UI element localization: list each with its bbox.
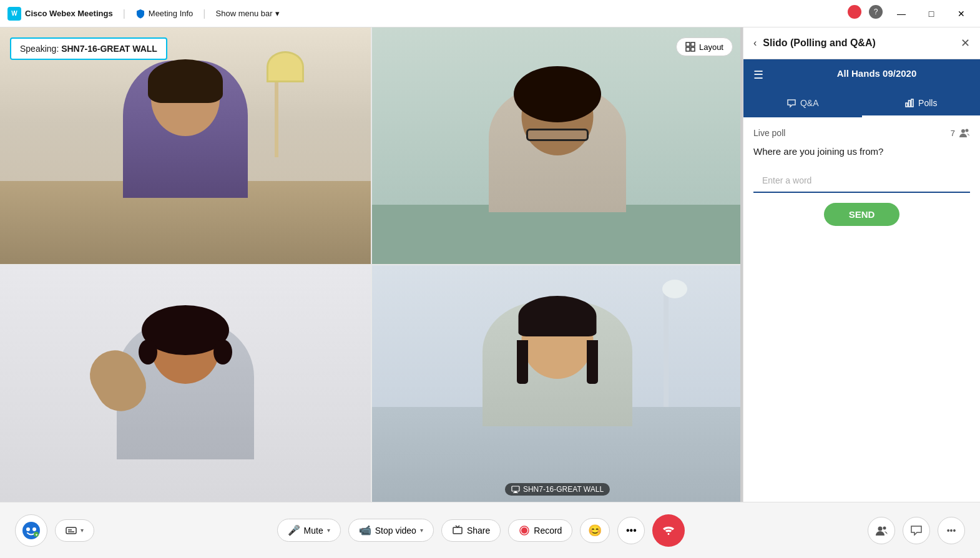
title-bar-right: ? — □ ✕: [848, 5, 973, 22]
svg-rect-9: [911, 99, 913, 107]
participant-name-4: SHN7-16-GREAT WALL: [523, 485, 604, 494]
video-grid: SHN7-16-GREAT WALL: [0, 27, 743, 502]
app-name: Cisco Webex Meetings: [25, 9, 113, 18]
poll-count: 7: [951, 127, 970, 139]
show-menu-bar-label: Show menu bar: [216, 9, 273, 18]
participants-icon: [959, 127, 970, 139]
person4-hair-r: [587, 340, 598, 384]
lamp-4-stem: [664, 289, 669, 408]
meeting-info-link[interactable]: Meeting Info: [135, 9, 194, 19]
person-2-container: [372, 27, 743, 264]
video-cell-2: [372, 27, 743, 264]
svg-rect-4: [512, 486, 519, 491]
speaking-bar: Speaking: SHN7-16-GREAT WALL: [10, 37, 167, 60]
separator-1: |: [123, 8, 125, 19]
slido-nav-bar: ☰ All Hands 09/2020: [743, 59, 980, 91]
close-button[interactable]: ✕: [950, 5, 973, 22]
lamp-4-shade: [662, 280, 687, 298]
tab-polls-label: Polls: [918, 98, 937, 108]
chat-button[interactable]: [903, 517, 930, 544]
svg-point-10: [961, 129, 965, 133]
video-arrow: ▾: [420, 527, 423, 534]
person4-hair-l: [517, 340, 528, 384]
video-cell-1: [0, 27, 371, 264]
participant-label-4: SHN7-16-GREAT WALL: [505, 483, 610, 496]
separator-2: |: [203, 8, 205, 19]
svg-point-13: [26, 527, 30, 531]
video-area: Speaking: SHN7-16-GREAT WALL Layout: [0, 27, 743, 502]
slido-meeting-name: All Hands 09/2020: [773, 59, 980, 91]
tab-qa[interactable]: Q&A: [743, 91, 862, 117]
record-button[interactable]: Record: [508, 519, 572, 542]
slido-menu-icon[interactable]: ☰: [743, 59, 773, 91]
emoji-button[interactable]: 😊: [580, 518, 610, 543]
more-options-button[interactable]: •••: [617, 517, 645, 544]
svg-rect-17: [66, 527, 76, 534]
caption-button[interactable]: ▾: [55, 519, 94, 542]
slido-panel-title: Slido (Polling and Q&A): [763, 37, 875, 49]
slido-content: Live poll 7 Where are you joining us fro…: [743, 117, 980, 502]
slido-collapse-button[interactable]: ‹: [753, 37, 757, 49]
mute-label: Mute: [304, 526, 323, 536]
participants-button[interactable]: [868, 517, 895, 544]
slido-panel: ‹ Slido (Polling and Q&A) ✕ ☰ All Hands …: [743, 27, 980, 502]
monitor-icon: [511, 485, 520, 494]
slido-title-left: ‹ Slido (Polling and Q&A): [753, 37, 876, 49]
chat-icon: [910, 524, 923, 537]
speaking-name: SHN7-16-GREAT WALL: [61, 44, 157, 54]
minimize-button[interactable]: —: [890, 5, 913, 22]
more-dots: •••: [626, 525, 637, 536]
person-4-container: [372, 265, 743, 502]
mute-arrow: ▾: [327, 527, 330, 534]
shield-icon: [135, 9, 145, 19]
layout-button[interactable]: Layout: [676, 37, 733, 56]
qa-icon: [786, 98, 796, 108]
poll-question: Where are you joining us from?: [753, 146, 970, 157]
send-button[interactable]: SEND: [824, 203, 900, 226]
layout-label: Layout: [699, 42, 723, 52]
video-icon: 📹: [359, 524, 371, 536]
right-controls: •••: [868, 517, 965, 544]
tab-polls[interactable]: Polls: [862, 91, 981, 117]
share-button[interactable]: Share: [441, 519, 501, 542]
emoji-icon: 😊: [588, 524, 602, 537]
record-label: Record: [534, 526, 562, 536]
apps-dots: •••: [947, 526, 956, 536]
mute-button[interactable]: 🎤 Mute ▾: [277, 519, 341, 542]
person-1-container: [0, 27, 371, 264]
ai-assistant-button[interactable]: ✦: [15, 514, 47, 547]
end-call-button[interactable]: [652, 514, 685, 547]
record-icon: [519, 525, 530, 536]
show-menu-bar[interactable]: Show menu bar ▾: [216, 9, 280, 18]
polls-icon: [904, 98, 914, 108]
svg-point-21: [521, 527, 527, 534]
stop-video-label: Stop video: [375, 526, 416, 536]
stop-video-button[interactable]: 📹 Stop video ▾: [348, 519, 434, 542]
person2-hair: [514, 66, 601, 122]
lampshade: [267, 51, 304, 82]
layout-icon: [685, 42, 695, 52]
svg-point-11: [966, 129, 969, 132]
maximize-button[interactable]: □: [920, 5, 943, 22]
svg-rect-5: [514, 491, 517, 492]
svg-rect-2: [686, 47, 690, 51]
panel-resize-handle[interactable]: [740, 27, 743, 502]
cisco-webex-icon: W: [7, 7, 21, 21]
svg-point-24: [883, 526, 886, 529]
surface-2: [372, 205, 743, 264]
video-cell-4: SHN7-16-GREAT WALL: [372, 265, 743, 502]
chevron-down-icon: ▾: [275, 9, 280, 18]
slido-tabs: Q&A Polls: [743, 91, 980, 117]
tab-qa-label: Q&A: [800, 98, 819, 108]
share-label: Share: [467, 526, 490, 536]
caption-arrow: ▾: [81, 527, 84, 534]
title-bar: W Cisco Webex Meetings | Meeting Info | …: [0, 0, 980, 27]
slido-close-button[interactable]: ✕: [961, 36, 970, 50]
apps-button[interactable]: •••: [938, 517, 965, 544]
svg-rect-8: [909, 100, 911, 107]
share-icon: [452, 525, 463, 536]
person-3-container: [0, 265, 371, 502]
svg-point-14: [32, 527, 36, 531]
poll-word-input[interactable]: [753, 169, 970, 193]
record-indicator: [848, 5, 861, 19]
